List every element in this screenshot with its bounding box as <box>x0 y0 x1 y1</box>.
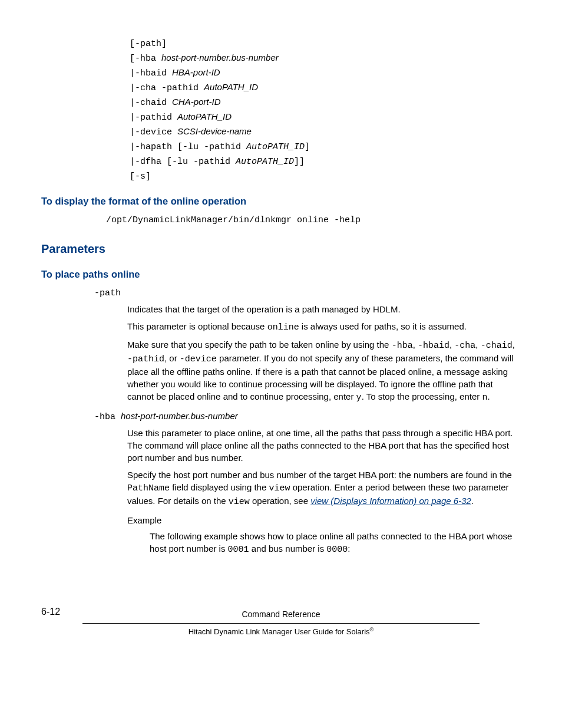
body-text: Specify the host port number and bus num… <box>127 469 521 508</box>
syntax-param: CHA-port-ID <box>172 97 221 107</box>
syntax-line: |-hapath [-lu -pathid <box>130 142 246 152</box>
body-text: This parameter is optional because onlin… <box>127 320 521 334</box>
heading-place-paths-online: To place paths online <box>41 268 521 281</box>
example-heading: Example <box>127 514 521 526</box>
body-text: Make sure that you specify the path to b… <box>127 338 521 404</box>
syntax-line: |-chaid <box>130 98 172 108</box>
syntax-param: AutoPATH_ID <box>204 82 258 92</box>
parameter-list: -path Indicates that the target of the o… <box>94 287 521 556</box>
footer-title: Command Reference <box>41 609 521 621</box>
syntax-line: ] <box>305 142 310 152</box>
syntax-line: |-pathid <box>130 113 177 123</box>
syntax-line: |-dfha [-lu -pathid <box>130 157 236 167</box>
param-path-term: -path <box>94 287 521 299</box>
example-body: The following example shows how to place… <box>150 530 521 556</box>
syntax-line: [-hba <box>130 54 161 64</box>
syntax-param: host-port-number.bus-number <box>161 52 279 62</box>
syntax-param: AutoPATH_ID <box>236 157 294 167</box>
syntax-param: AutoPATH_ID <box>177 111 232 121</box>
param-hba-term: -hba host-port-number.bus-number <box>94 410 521 423</box>
syntax-line: |-hbaid <box>130 68 172 78</box>
syntax-line: |-cha -pathid <box>130 83 204 93</box>
body-text: Indicates that the target of the operati… <box>127 303 521 315</box>
page-number: 6-12 <box>41 605 60 618</box>
footer-rule <box>82 623 480 624</box>
page-footer: 6-12 Command Reference Hitachi Dynamic L… <box>41 609 521 637</box>
link-view-operation[interactable]: view (Displays Information) on page 6-32 <box>310 496 471 506</box>
param-hba-desc: Use this parameter to place online, at o… <box>127 427 521 508</box>
syntax-param: HBA-port-ID <box>172 67 220 77</box>
syntax-line: [-s] <box>130 172 151 182</box>
syntax-line: |-device <box>130 127 177 137</box>
heading-parameters: Parameters <box>41 241 521 257</box>
footer-subtitle: Hitachi Dynamic Link Manager User Guide … <box>41 626 521 638</box>
param-path-desc: Indicates that the target of the operati… <box>127 303 521 404</box>
syntax-block: [-path] [-hba host-port-number.bus-numbe… <box>130 37 521 183</box>
command-example: /opt/DynamicLinkManager/bin/dlnkmgr onli… <box>106 214 521 226</box>
syntax-param: AutoPATH_ID <box>246 142 305 152</box>
heading-display-format: To display the format of the online oper… <box>41 195 521 208</box>
body-text: Use this parameter to place online, at o… <box>127 427 521 464</box>
syntax-line: ]] <box>294 157 305 167</box>
syntax-param: SCSI-device-name <box>177 126 252 136</box>
syntax-line: [-path] <box>130 39 167 49</box>
